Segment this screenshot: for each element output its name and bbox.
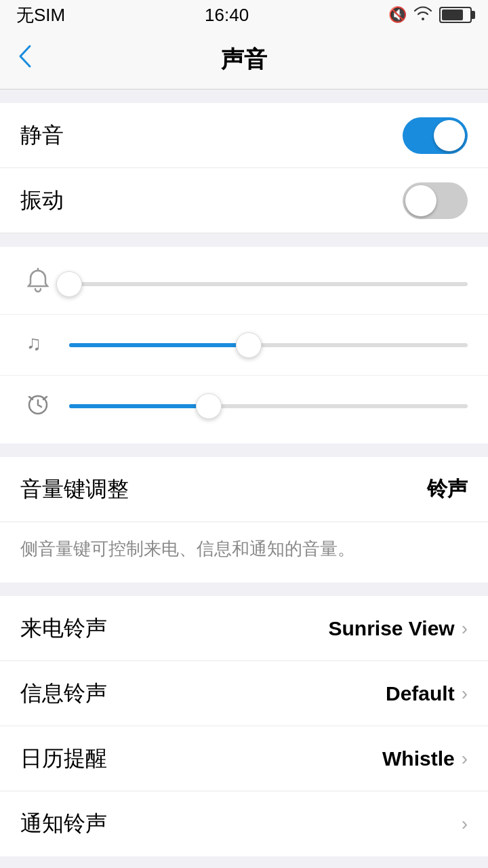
battery-icon [439, 7, 472, 23]
mute-toggle[interactable] [403, 117, 468, 154]
msg-ringtone-row[interactable]: 信息铃声 Default › [0, 661, 488, 726]
msg-ringtone-value-wrap: Default › [386, 682, 468, 705]
status-icons: 🔇 [388, 5, 472, 24]
status-bar: 无SIM 16:40 🔇 [0, 0, 488, 30]
notify-ringtone-value-wrap: › [455, 813, 468, 835]
alarm-volume-row [0, 376, 488, 437]
calendar-ringtone-label: 日历提醒 [20, 744, 107, 774]
call-ringtone-value: Sunrise View [328, 617, 454, 640]
volume-key-section: 音量键调整 铃声 侧音量键可控制来电、信息和通知的音量。 [0, 457, 488, 583]
notify-ringtone-label: 通知铃声 [20, 809, 107, 839]
alarm-slider[interactable] [69, 404, 468, 408]
svg-text:♫: ♫ [26, 332, 42, 354]
content-scroll: 静音 振动 [0, 90, 488, 868]
mute-icon: 🔇 [388, 6, 407, 24]
vibrate-label: 振动 [20, 186, 64, 216]
volume-key-row: 音量键调整 铃声 [0, 457, 488, 522]
ringtone-slider[interactable] [69, 282, 468, 286]
alarm-icon [20, 391, 56, 422]
volume-key-value: 铃声 [427, 475, 468, 503]
mute-label: 静音 [20, 121, 64, 151]
bell-icon [20, 268, 56, 300]
volume-key-description: 侧音量键可控制来电、信息和通知的音量。 [0, 522, 488, 583]
carrier-label: 无SIM [16, 3, 65, 27]
music-icon: ♫ [20, 330, 56, 361]
calendar-ringtone-value-wrap: Whistle › [382, 747, 468, 770]
page-title: 声音 [221, 44, 267, 75]
msg-ringtone-label: 信息铃声 [20, 679, 107, 709]
volume-key-label: 音量键调整 [20, 475, 129, 505]
slider-section: ♫ [0, 247, 488, 443]
vibrate-toggle[interactable] [403, 182, 468, 219]
nav-bar: 声音 [0, 30, 488, 90]
media-slider[interactable] [69, 343, 468, 347]
time-label: 16:40 [205, 5, 249, 26]
notify-ringtone-chevron: › [462, 813, 468, 835]
mute-row: 静音 [0, 103, 488, 168]
toggle-section: 静音 振动 [0, 103, 488, 233]
media-volume-row: ♫ [0, 315, 488, 376]
back-button[interactable] [16, 43, 33, 75]
notify-ringtone-row[interactable]: 通知铃声 › [0, 791, 488, 856]
calendar-ringtone-row[interactable]: 日历提醒 Whistle › [0, 726, 488, 791]
msg-ringtone-chevron: › [462, 683, 468, 705]
calendar-ringtone-value: Whistle [382, 747, 455, 770]
msg-ringtone-value: Default [386, 682, 455, 705]
call-ringtone-label: 来电铃声 [20, 614, 107, 644]
call-ringtone-row[interactable]: 来电铃声 Sunrise View › [0, 596, 488, 661]
call-ringtone-chevron: › [462, 618, 468, 639]
calendar-ringtone-chevron: › [462, 748, 468, 770]
wifi-icon [413, 5, 432, 24]
vibrate-row: 振动 [0, 168, 488, 233]
ringtone-section: 来电铃声 Sunrise View › 信息铃声 Default › 日历提醒 … [0, 596, 488, 856]
ringtone-volume-row [0, 254, 488, 315]
call-ringtone-value-wrap: Sunrise View › [328, 617, 468, 640]
